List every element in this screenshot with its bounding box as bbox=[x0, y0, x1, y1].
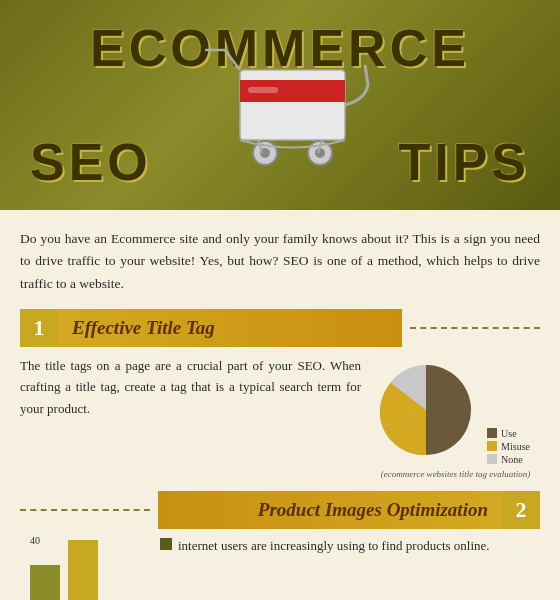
bar-chart: 40 bbox=[20, 535, 150, 600]
tips-label: TIPS bbox=[398, 132, 530, 192]
bar2 bbox=[68, 540, 98, 600]
section1-text: The title tags on a page are a crucial p… bbox=[20, 355, 361, 479]
section1-title: Effective Title Tag bbox=[72, 317, 215, 339]
legend-label-use: Use bbox=[501, 428, 517, 439]
section1-header: 1 Effective Title Tag bbox=[20, 309, 540, 347]
pie-chart-container: Use Misuse None (ecommerce websites titl… bbox=[371, 355, 540, 479]
section2-header: Product Images Optimization 2 bbox=[20, 491, 540, 529]
section2-title-bar: Product Images Optimization bbox=[158, 491, 502, 529]
svg-line-2 bbox=[225, 50, 240, 70]
pie-chart bbox=[371, 355, 481, 465]
section2-title: Product Images Optimization bbox=[258, 499, 488, 521]
legend-color-misuse bbox=[487, 441, 497, 451]
section1-title-bar: Effective Title Tag bbox=[58, 309, 402, 347]
section2-content: 40 internet users are increasingly using… bbox=[20, 535, 540, 600]
section2-text: internet users are increasingly using to… bbox=[178, 535, 490, 556]
legend-label-none: None bbox=[501, 454, 523, 465]
header-bottom: SEO TIPS bbox=[0, 132, 560, 192]
bullet-square bbox=[160, 538, 172, 550]
seo-label: SEO bbox=[30, 132, 152, 192]
bar-chart-label: 40 bbox=[30, 535, 40, 546]
section2-dashed-line bbox=[20, 509, 150, 511]
section1-number: 1 bbox=[20, 309, 58, 347]
legend-label-misuse: Misuse bbox=[501, 441, 530, 452]
bar1 bbox=[30, 565, 60, 600]
section2-text-container: internet users are increasingly using to… bbox=[160, 535, 540, 556]
pie-caption: (ecommerce websites title tag evaluation… bbox=[381, 469, 531, 479]
intro-paragraph: Do you have an Ecommerce site and only y… bbox=[20, 228, 540, 295]
legend-color-none bbox=[487, 454, 497, 464]
svg-rect-10 bbox=[248, 87, 278, 93]
pie-legend: Use Misuse None bbox=[487, 428, 530, 465]
legend-misuse: Misuse bbox=[487, 441, 530, 452]
section1-dashed-line bbox=[410, 327, 540, 329]
legend-none: None bbox=[487, 454, 530, 465]
main-content: Do you have an Ecommerce site and only y… bbox=[0, 210, 560, 600]
legend-use: Use bbox=[487, 428, 530, 439]
section2-number: 2 bbox=[502, 491, 540, 529]
legend-color-use bbox=[487, 428, 497, 438]
section1-content: The title tags on a page are a crucial p… bbox=[20, 355, 540, 479]
header-section: ECOMMERCE SEO bbox=[0, 0, 560, 210]
